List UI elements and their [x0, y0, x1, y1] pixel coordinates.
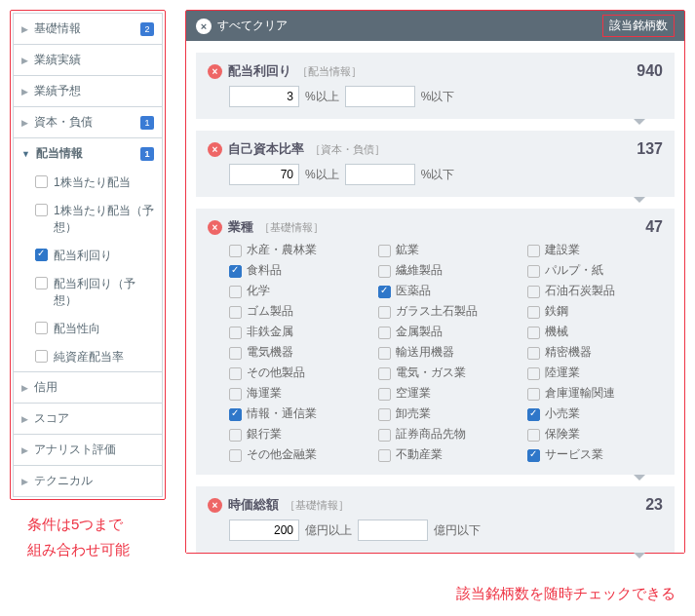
- category-5[interactable]: ▶信用: [14, 372, 162, 403]
- chevron-right-icon: ▶: [21, 56, 28, 65]
- checkbox-icon: [527, 429, 540, 442]
- industry-option[interactable]: ガラス土石製品: [378, 303, 514, 320]
- remove-filter-button[interactable]: ×: [208, 142, 222, 157]
- industry-option[interactable]: 石油石炭製品: [527, 283, 663, 299]
- industry-option[interactable]: 倉庫運輸関連: [527, 385, 663, 402]
- checkbox-icon: [229, 449, 242, 462]
- industry-option[interactable]: 繊維製品: [378, 262, 514, 279]
- checkbox-icon: [229, 408, 242, 421]
- industry-option[interactable]: 保険業: [527, 426, 663, 443]
- sub-item-2[interactable]: 配当利回り: [14, 242, 162, 270]
- checkbox-icon: [527, 408, 540, 421]
- checkbox-icon: [527, 449, 540, 462]
- remove-filter-button[interactable]: ×: [208, 220, 222, 235]
- count-badge: 1: [140, 147, 154, 161]
- unit-label: 億円以上: [305, 522, 352, 539]
- match-count: 940: [637, 62, 663, 80]
- industry-option[interactable]: 非鉄金属: [229, 324, 365, 340]
- industry-option[interactable]: 鉄鋼: [527, 303, 663, 320]
- industry-option[interactable]: その他金融業: [229, 446, 365, 463]
- clear-all-button[interactable]: ×: [196, 19, 212, 34]
- industry-option[interactable]: 小売業: [527, 405, 663, 422]
- industry-option[interactable]: 電気機器: [229, 344, 365, 361]
- industry-option[interactable]: 建設業: [527, 242, 663, 258]
- checkbox-icon: [378, 449, 391, 462]
- industry-option[interactable]: 鉱業: [378, 242, 514, 258]
- sub-item-0[interactable]: 1株当たり配当: [14, 169, 162, 197]
- checkbox-icon: [527, 347, 540, 360]
- filter-group: ［基礎情報］: [259, 220, 324, 235]
- option-label: 卸売業: [396, 405, 431, 422]
- category-0[interactable]: ▶基礎情報2: [14, 14, 162, 44]
- checkbox-icon: [229, 347, 242, 360]
- category-1[interactable]: ▶業績実績: [14, 45, 162, 75]
- filter-title: 配当利回り: [228, 62, 291, 80]
- unit-label: %以下: [421, 167, 455, 183]
- category-4[interactable]: ▼配当情報1: [14, 138, 162, 169]
- min-input[interactable]: [229, 164, 299, 185]
- industry-option[interactable]: 金属製品: [378, 324, 514, 340]
- checkbox-icon: [378, 347, 391, 360]
- industry-option[interactable]: ゴム製品: [229, 303, 365, 320]
- industry-option[interactable]: 食料品: [229, 262, 365, 279]
- sub-item-label: 純資産配当率: [54, 349, 124, 366]
- checkbox-icon: [527, 327, 540, 339]
- industry-option[interactable]: その他製品: [229, 365, 365, 381]
- count-badge: 1: [140, 116, 154, 130]
- chevron-right-icon: ▶: [21, 118, 28, 128]
- option-label: 化学: [247, 283, 270, 299]
- industry-option[interactable]: 化学: [229, 283, 365, 299]
- remove-filter-button[interactable]: ×: [208, 64, 222, 79]
- max-input[interactable]: [358, 520, 428, 541]
- category-2[interactable]: ▶業績予想: [14, 76, 162, 106]
- industry-option[interactable]: 陸運業: [527, 365, 663, 381]
- category-7[interactable]: ▶アナリスト評価: [14, 435, 162, 465]
- option-label: パルプ・紙: [545, 262, 603, 279]
- filter-card-2: ×業種［基礎情報］47水産・農林業鉱業建設業食料品繊維製品パルプ・紙化学医薬品石…: [196, 209, 675, 475]
- filter-title: 時価総額: [228, 496, 279, 514]
- industry-option[interactable]: 情報・通信業: [229, 405, 365, 422]
- checkbox-icon: [35, 350, 48, 363]
- filter-card-0: ×配当利回り［配当情報］940%以上%以下: [196, 53, 675, 119]
- industry-option[interactable]: 証券商品先物: [378, 426, 514, 443]
- min-input[interactable]: [229, 86, 299, 107]
- industry-option[interactable]: 輸送用機器: [378, 344, 514, 361]
- sub-item-4[interactable]: 配当性向: [14, 315, 162, 343]
- chevron-right-icon: ▶: [21, 24, 28, 34]
- industry-option[interactable]: 水産・農林業: [229, 242, 365, 258]
- industry-option[interactable]: サービス業: [527, 446, 663, 463]
- industry-option[interactable]: 卸売業: [378, 405, 514, 422]
- min-input[interactable]: [229, 520, 299, 541]
- option-label: 食料品: [247, 262, 282, 279]
- option-label: その他製品: [247, 365, 305, 381]
- option-label: 石油石炭製品: [545, 283, 615, 299]
- checkbox-icon: [378, 388, 391, 401]
- sub-item-3[interactable]: 配当利回り（予想）: [14, 270, 162, 315]
- clear-all-label[interactable]: すべてクリア: [217, 18, 288, 34]
- industry-option[interactable]: 機械: [527, 324, 663, 340]
- industry-option[interactable]: 銀行業: [229, 426, 365, 443]
- max-input[interactable]: [345, 86, 415, 107]
- industry-option[interactable]: 電気・ガス業: [378, 365, 514, 381]
- category-3[interactable]: ▶資本・負債1: [14, 107, 162, 137]
- category-label: 業績予想: [34, 83, 154, 99]
- checkbox-icon: [378, 306, 391, 319]
- category-label: スコア: [34, 410, 154, 427]
- category-label: テクニカル: [34, 473, 154, 489]
- remove-filter-button[interactable]: ×: [208, 498, 222, 513]
- industry-option[interactable]: 空運業: [378, 385, 514, 402]
- checkbox-icon: [378, 265, 391, 278]
- industry-option[interactable]: 不動産業: [378, 446, 514, 463]
- sub-item-1[interactable]: 1株当たり配当（予想）: [14, 197, 162, 242]
- option-label: ガラス土石製品: [396, 303, 478, 320]
- industry-option[interactable]: 海運業: [229, 385, 365, 402]
- industry-option[interactable]: パルプ・紙: [527, 262, 663, 279]
- industry-option[interactable]: 医薬品: [378, 283, 514, 299]
- sub-item-5[interactable]: 純資産配当率: [14, 343, 162, 371]
- max-input[interactable]: [345, 164, 415, 185]
- category-8[interactable]: ▶テクニカル: [14, 466, 162, 496]
- industry-option[interactable]: 精密機器: [527, 344, 663, 361]
- option-label: ゴム製品: [247, 303, 293, 320]
- category-6[interactable]: ▶スコア: [14, 404, 162, 434]
- option-label: 機械: [545, 324, 568, 340]
